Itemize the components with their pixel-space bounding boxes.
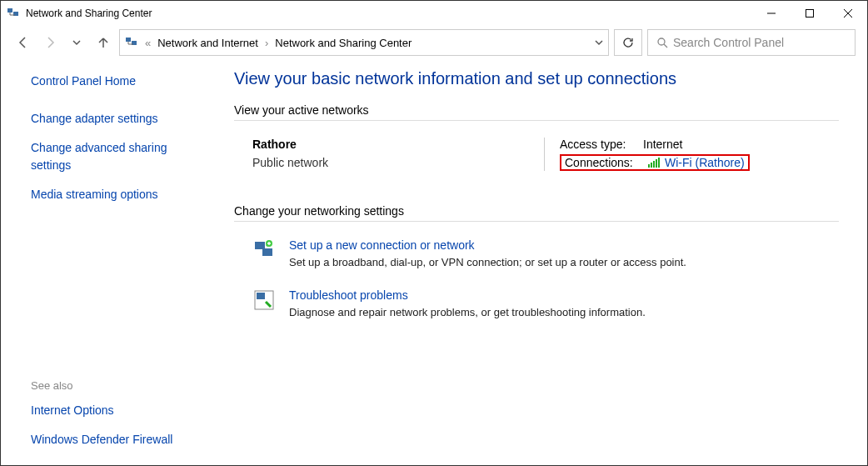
svg-rect-19 <box>257 293 265 299</box>
address-bar[interactable]: « Network and Internet › Network and Sha… <box>119 29 609 56</box>
setup-connection-desc: Set up a broadband, dial-up, or VPN conn… <box>289 256 686 268</box>
access-type-value: Internet <box>643 138 682 151</box>
close-button[interactable] <box>829 1 867 26</box>
window-title: Network and Sharing Center <box>26 8 752 19</box>
breadcrumb-level1[interactable]: Network and Internet <box>157 37 258 49</box>
breadcrumb-level2[interactable]: Network and Sharing Center <box>275 37 412 49</box>
connection-link[interactable]: Wi-Fi (Rathore) <box>665 156 745 169</box>
network-center-icon <box>125 36 138 49</box>
chevron-down-icon[interactable] <box>595 38 603 47</box>
sidebar-firewall[interactable]: Windows Defender Firewall <box>31 431 199 448</box>
connections-label: Connections: <box>565 156 648 169</box>
up-button[interactable] <box>92 32 114 53</box>
wifi-signal-icon <box>648 158 660 168</box>
troubleshoot-icon <box>252 288 276 312</box>
sidebar-internet-options[interactable]: Internet Options <box>31 402 199 419</box>
maximize-button[interactable] <box>791 1 829 26</box>
refresh-button[interactable] <box>614 29 642 56</box>
svg-rect-0 <box>7 8 12 13</box>
svg-rect-13 <box>656 159 657 168</box>
search-input[interactable]: Search Control Panel <box>647 29 856 56</box>
troubleshoot-desc: Diagnose and repair network problems, or… <box>289 306 646 318</box>
search-icon <box>656 37 668 48</box>
setup-connection-link[interactable]: Set up a new connection or network <box>289 238 686 252</box>
svg-rect-16 <box>262 248 272 256</box>
svg-rect-12 <box>653 161 655 168</box>
sidebar-control-panel-home[interactable]: Control Panel Home <box>31 73 199 90</box>
svg-rect-15 <box>255 242 265 249</box>
svg-rect-14 <box>658 158 660 168</box>
svg-point-8 <box>658 38 665 45</box>
change-settings-label: Change your networking settings <box>234 204 839 222</box>
see-also-label: See also <box>31 379 199 392</box>
active-networks-label: View your active networks <box>234 103 839 121</box>
svg-rect-11 <box>651 163 652 168</box>
minimize-button[interactable] <box>752 1 791 26</box>
network-name: Rathore <box>252 138 544 151</box>
page-heading: View your basic network information and … <box>234 69 839 88</box>
network-center-icon <box>6 6 21 21</box>
svg-rect-6 <box>126 38 131 42</box>
troubleshoot-link[interactable]: Troubleshoot problems <box>289 288 646 302</box>
svg-rect-10 <box>648 164 650 168</box>
svg-line-9 <box>664 44 667 48</box>
connections-highlight: Connections: Wi-Fi (Rathore) <box>560 154 750 171</box>
back-button[interactable] <box>12 32 34 53</box>
network-type: Public network <box>252 156 544 169</box>
sidebar-advanced-sharing[interactable]: Change advanced sharing settings <box>31 139 199 174</box>
chevron-right-icon: › <box>265 37 268 49</box>
breadcrumb-overflow-icon[interactable]: « <box>145 37 151 49</box>
recent-dropdown-icon[interactable] <box>66 32 87 53</box>
setup-connection-icon <box>252 238 276 262</box>
access-type-label: Access type: <box>560 138 643 151</box>
search-placeholder: Search Control Panel <box>673 36 784 49</box>
svg-rect-3 <box>806 10 814 18</box>
sidebar-media-streaming[interactable]: Media streaming options <box>31 186 199 203</box>
forward-button[interactable] <box>39 32 61 53</box>
sidebar-change-adapter[interactable]: Change adapter settings <box>31 110 199 128</box>
